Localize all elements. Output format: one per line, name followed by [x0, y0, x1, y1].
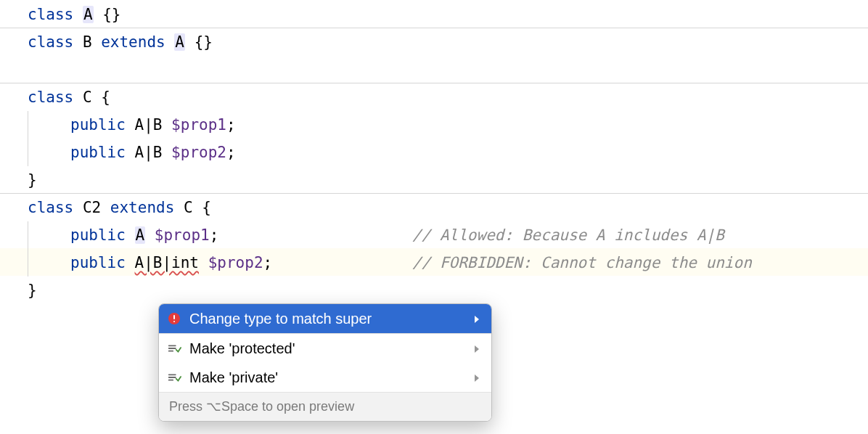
code-line-empty[interactable]	[0, 55, 868, 83]
chevron-right-icon	[472, 366, 481, 389]
class-name: A	[83, 6, 94, 23]
property: $prop1	[171, 116, 226, 134]
brace: }	[28, 282, 37, 299]
keyword-class: class	[28, 6, 73, 23]
type: A|B	[135, 144, 163, 161]
semicolon: ;	[263, 254, 273, 271]
chevron-right-icon	[472, 337, 481, 360]
code-line[interactable]: class C {	[0, 83, 868, 110]
keyword-public: public	[70, 116, 126, 134]
brace: }	[28, 171, 37, 189]
intention-action-make-private[interactable]: Make 'private'	[159, 363, 491, 392]
intention-action-label: Change type to match super	[189, 307, 465, 330]
chevron-right-icon	[472, 307, 481, 330]
class-name: C2	[83, 199, 101, 216]
braces: {}	[94, 6, 121, 23]
semicolon: ;	[226, 116, 236, 134]
type-error: A|B|int	[135, 254, 200, 271]
intention-action-change-type[interactable]: Change type to match super	[159, 304, 491, 333]
intention-actions-popover: Change type to match super Make 'protect…	[158, 303, 492, 422]
keyword-public: public	[70, 226, 126, 244]
semicolon: ;	[226, 144, 236, 161]
brace: {	[193, 199, 211, 216]
brace: {	[92, 89, 110, 106]
code-line[interactable]: }	[0, 165, 868, 193]
keyword-extends: extends	[110, 199, 175, 216]
intention-action-label: Make 'protected'	[189, 337, 465, 360]
keyword-public: public	[70, 144, 126, 161]
code-line[interactable]: public A|B $prop2;	[0, 138, 868, 165]
keyword-class: class	[28, 199, 73, 216]
intention-action-label: Make 'private'	[189, 366, 465, 389]
type: A|B	[135, 116, 163, 134]
code-line-error[interactable]: public A|B|int $prop2;// FORBIDDEN: Cann…	[0, 248, 868, 276]
code-line[interactable]: public A $prop1;// Allowed: Because A in…	[0, 221, 868, 248]
intention-icon	[166, 340, 182, 356]
super-class: C	[184, 199, 193, 216]
keyword-class: class	[28, 33, 73, 51]
super-class: A	[174, 33, 185, 51]
svg-rect-2	[173, 321, 175, 322]
type: A	[135, 226, 146, 244]
intention-action-make-protected[interactable]: Make 'protected'	[159, 334, 491, 363]
keyword-class: class	[28, 89, 73, 106]
comment: // Allowed: Because A includes A|B	[412, 226, 724, 244]
code-line[interactable]: public A|B $prop1;	[0, 110, 868, 138]
class-name: C	[83, 89, 92, 106]
property: $prop1	[155, 226, 210, 244]
keyword-extends: extends	[101, 33, 165, 51]
code-line[interactable]: class C2 extends C {	[0, 193, 868, 221]
class-name: B	[83, 33, 92, 51]
code-editor[interactable]: class A {} class B extends A {} class C …	[0, 0, 868, 303]
error-bulb-icon	[166, 311, 182, 327]
keyword-public: public	[70, 254, 126, 271]
comment: // FORBIDDEN: Cannot change the union	[412, 254, 752, 271]
svg-rect-1	[173, 315, 175, 319]
intention-footer-hint: Press ⌥Space to open preview	[159, 392, 491, 421]
code-line[interactable]: class A {}	[0, 0, 868, 28]
code-line[interactable]: class B extends A {}	[0, 28, 868, 55]
property: $prop2	[208, 254, 263, 271]
braces: {}	[185, 33, 213, 51]
code-line[interactable]: }	[0, 276, 868, 303]
intention-icon	[166, 369, 182, 385]
semicolon: ;	[210, 226, 219, 244]
property: $prop2	[171, 144, 226, 161]
